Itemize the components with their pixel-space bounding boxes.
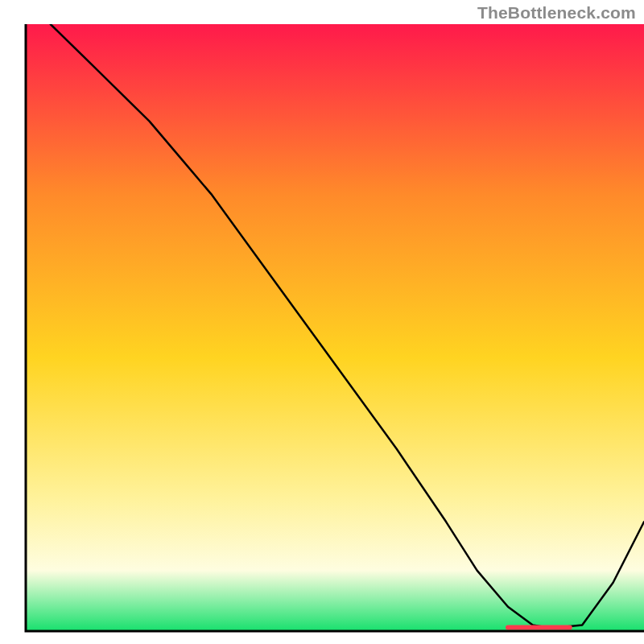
chart-container: { "attribution": "TheBottleneck.com", "c… [0,0,644,644]
bottleneck-chart [0,0,644,644]
plot-background [26,24,644,631]
